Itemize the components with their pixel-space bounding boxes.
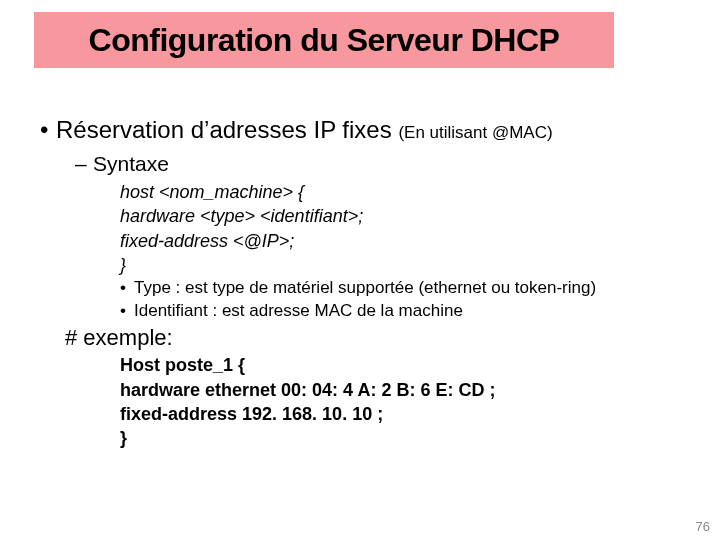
syntax-line-1: host <nom_machine> { (20, 180, 700, 204)
example-header: # exemple: (20, 325, 700, 351)
note-identifiant: •Identifiant : est adresse MAC de la mac… (20, 300, 700, 323)
syntax-line-4: } (20, 253, 700, 277)
example-line-3: fixed-address 192. 168. 10. 10 ; (20, 402, 700, 426)
page-number: 76 (696, 519, 710, 534)
lvl1-note: (En utilisant @MAC) (398, 123, 552, 142)
note-type: •Type : est type de matériel supportée (… (20, 277, 700, 300)
dash: – (75, 151, 93, 176)
slide-title: Configuration du Serveur DHCP (89, 22, 560, 59)
bullet-dot-small: • (120, 277, 134, 300)
slide-body: •Réservation d’adresses IP fixes (En uti… (20, 116, 700, 451)
example-line-4: } (20, 426, 700, 450)
bullet-dot: • (40, 116, 56, 145)
bullet-level2: –Syntaxe (20, 151, 700, 176)
example-line-2: hardware ethernet 00: 04: 4 A: 2 B: 6 E:… (20, 378, 700, 402)
title-banner: Configuration du Serveur DHCP (34, 12, 614, 68)
example-line-1: Host poste_1 { (20, 353, 700, 377)
note-identifiant-text: Identifiant : est adresse MAC de la mach… (134, 301, 463, 320)
lvl2-text: Syntaxe (93, 152, 169, 175)
syntax-line-2: hardware <type> <identifiant>; (20, 204, 700, 228)
bullet-level1: •Réservation d’adresses IP fixes (En uti… (20, 116, 700, 145)
syntax-line-3: fixed-address <@IP>; (20, 229, 700, 253)
bullet-dot-small: • (120, 300, 134, 323)
slide: Configuration du Serveur DHCP •Réservati… (0, 0, 720, 540)
note-type-text: Type : est type de matériel supportée (e… (134, 278, 596, 297)
lvl1-text: Réservation d’adresses IP fixes (56, 116, 398, 143)
